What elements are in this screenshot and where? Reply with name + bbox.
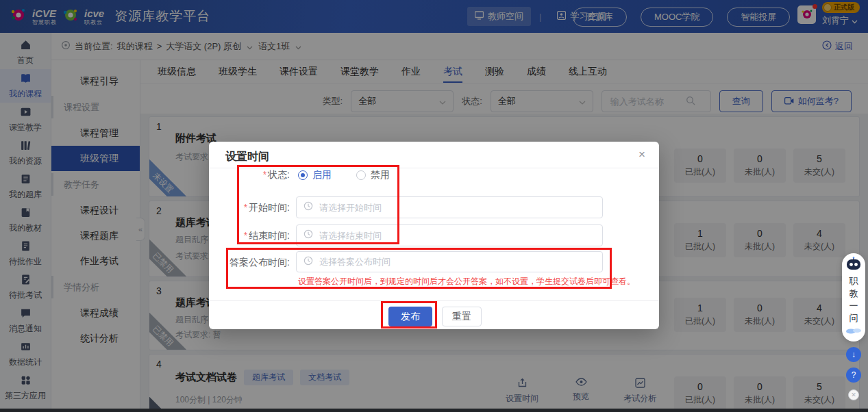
cloud-decoration-icon (845, 324, 862, 337)
close-icon[interactable]: × (638, 148, 645, 162)
required-mark: * (263, 169, 266, 180)
help-button[interactable]: ? (846, 368, 861, 383)
enable-radio-label: 启用 (312, 169, 332, 181)
end-time-label-text: 结束时间: (249, 230, 290, 241)
start-time-field-label: *开始时间: (209, 202, 290, 214)
required-mark: * (244, 230, 247, 241)
assistant-close-button[interactable]: ✕ (848, 389, 859, 400)
disable-radio-label: 禁用 (371, 169, 390, 181)
answer-time-label-text: 答案公布时间: (230, 257, 290, 268)
assistant-label-char: 职 (850, 275, 858, 287)
modal-footer-divider (209, 300, 659, 301)
radio-dot-icon (356, 170, 366, 180)
status-radio-group: 启用 禁用 (298, 169, 390, 181)
enable-radio[interactable]: 启用 (298, 169, 332, 181)
answer-time-input-wrapper (296, 251, 603, 272)
modal-title: 设置时间 (225, 150, 269, 164)
clock-icon (303, 229, 313, 242)
answer-time-input[interactable] (318, 256, 595, 268)
assistant-widget: 职 教 一 问 ↓ ? ✕ (841, 253, 867, 400)
status-label-text: 状态: (268, 169, 290, 180)
end-time-input-wrapper (296, 224, 603, 246)
download-button[interactable]: ↓ (846, 347, 861, 362)
required-mark: * (244, 202, 247, 213)
set-time-modal: 设置时间 × *状态: 启用 禁用 *开始时间: *结束时间: (209, 142, 659, 329)
assistant-label-char: 问 (850, 312, 858, 324)
start-time-input-wrapper (296, 196, 603, 218)
status-field-label: *状态: (209, 169, 290, 181)
modal-header-divider (209, 168, 659, 168)
answer-time-hint: 设置答案公开时间后，到规定的时间后才会公开答案，如不设置，学生提交试卷后即可查看… (298, 276, 635, 287)
robot-icon (845, 257, 863, 274)
disable-radio[interactable]: 禁用 (356, 169, 390, 181)
clock-icon (303, 201, 313, 214)
start-time-input[interactable] (318, 202, 595, 214)
radio-dot-icon (298, 170, 308, 180)
assistant-label-char: 教 (850, 287, 858, 299)
assistant-pill[interactable]: 职 教 一 问 (842, 253, 865, 342)
assistant-label-char: 一 (850, 300, 858, 311)
start-time-label-text: 开始时间: (249, 202, 290, 213)
publish-button[interactable]: 发布 (388, 307, 432, 326)
app-root: iCVE 智慧职教 icve 职教云 资源库教学平台 教师空间 | 学习空间 (0, 0, 868, 412)
reset-button[interactable]: 重置 (442, 307, 482, 326)
end-time-input[interactable] (318, 230, 595, 242)
end-time-field-label: *结束时间: (209, 230, 290, 242)
clock-icon (303, 256, 313, 268)
answer-time-field-label: 答案公布时间: (209, 257, 290, 269)
